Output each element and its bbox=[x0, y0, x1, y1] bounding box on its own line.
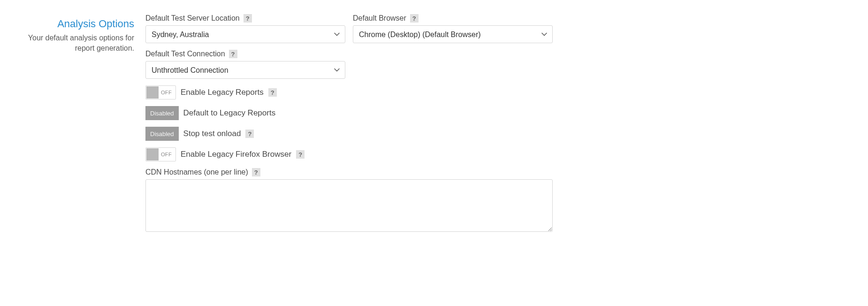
section-description: Your default analysis options for report… bbox=[9, 33, 134, 54]
cdn-hostnames-label: CDN Hostnames (one per line) bbox=[145, 168, 248, 176]
stop-test-onload-toggle: Disabled bbox=[145, 127, 179, 141]
enable-legacy-reports-toggle[interactable]: OFF bbox=[145, 85, 176, 99]
toggle-knob bbox=[146, 148, 159, 161]
help-icon[interactable]: ? bbox=[296, 150, 305, 159]
toggle-state-text: OFF bbox=[159, 90, 175, 95]
toggle-state-text: OFF bbox=[159, 152, 175, 157]
enable-legacy-firefox-toggle[interactable]: OFF bbox=[145, 147, 176, 161]
browser-label: Default Browser bbox=[353, 14, 406, 23]
server-location-select[interactable]: Sydney, Australia bbox=[145, 25, 345, 43]
help-icon[interactable]: ? bbox=[268, 88, 277, 97]
help-icon[interactable]: ? bbox=[410, 14, 419, 23]
section-title: Analysis Options bbox=[9, 18, 134, 30]
toggle-knob bbox=[146, 86, 159, 99]
help-icon[interactable]: ? bbox=[252, 168, 260, 176]
help-icon[interactable]: ? bbox=[245, 130, 254, 138]
connection-select[interactable]: Unthrottled Connection bbox=[145, 61, 345, 79]
enable-legacy-reports-label: Enable Legacy Reports bbox=[181, 88, 264, 97]
server-location-label: Default Test Server Location bbox=[145, 14, 240, 23]
help-icon[interactable]: ? bbox=[229, 50, 237, 58]
enable-legacy-firefox-label: Enable Legacy Firefox Browser bbox=[181, 150, 291, 159]
stop-test-onload-label: Stop test onload bbox=[183, 129, 241, 138]
default-legacy-reports-label: Default to Legacy Reports bbox=[183, 108, 276, 118]
default-legacy-reports-toggle: Disabled bbox=[145, 106, 179, 120]
cdn-hostnames-textarea[interactable] bbox=[145, 179, 553, 232]
connection-label: Default Test Connection bbox=[145, 50, 225, 58]
help-icon[interactable]: ? bbox=[244, 14, 252, 23]
browser-select[interactable]: Chrome (Desktop) (Default Browser) bbox=[353, 25, 553, 43]
